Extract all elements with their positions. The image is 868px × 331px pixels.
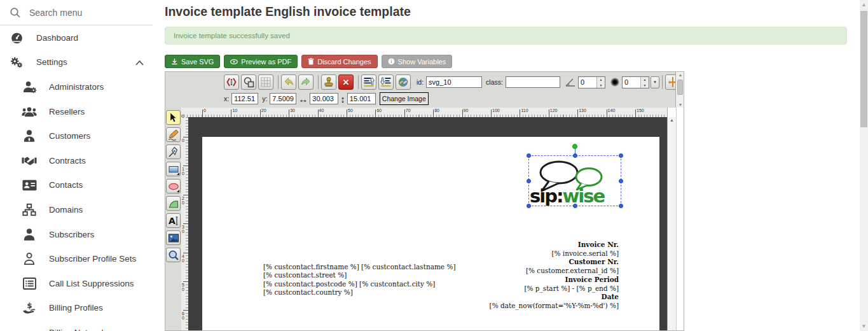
ruler-tick xyxy=(202,109,203,117)
editor-workspace[interactable]: [% custcontact.firstname %] [% custconta… xyxy=(188,117,667,330)
edit-source-button[interactable] xyxy=(224,74,239,90)
resize-handle-n[interactable] xyxy=(573,153,577,158)
search-input[interactable] xyxy=(29,8,137,18)
width-arrow-icon: ↔ xyxy=(298,94,308,104)
sidebar-item-billing-networks[interactable]: Billing Networks xyxy=(0,320,153,331)
panel-scrollbar[interactable]: ▲ ▼ xyxy=(675,72,684,108)
sidebar-search[interactable] xyxy=(0,0,153,25)
select-tool-button[interactable] xyxy=(166,110,181,125)
ellipse-tool-button[interactable] xyxy=(166,179,181,194)
ruler-tick xyxy=(183,137,188,137)
save-svg-button[interactable]: Save SVG xyxy=(165,55,220,68)
blur-stepper[interactable]: ▲▼ xyxy=(640,77,649,88)
image-icon xyxy=(168,232,179,244)
x-label: x: xyxy=(224,95,229,102)
invoice-meta-block[interactable]: Invoice Nr.[% invoice.serial %]Customer … xyxy=(490,241,619,311)
sidebar-item-dashboard[interactable]: Dashboard xyxy=(0,25,153,50)
clone-element-button[interactable] xyxy=(321,74,336,90)
discard-changes-button[interactable]: Discard Changes xyxy=(301,55,377,68)
subscriber-profile-sets-icon xyxy=(22,251,37,267)
browser-scrollbar[interactable]: ▲ ▼ xyxy=(860,0,868,331)
hruler-label: 130 xyxy=(579,108,586,113)
zoom-tool-button[interactable] xyxy=(166,248,181,262)
panel-scrollbar-thumb[interactable] xyxy=(677,80,683,95)
sidebar-item-settings[interactable]: Settings xyxy=(0,50,153,75)
ruler-tick xyxy=(183,253,188,253)
grid-button[interactable] xyxy=(258,74,273,90)
discard-changes-label: Discard Changes xyxy=(317,58,371,66)
show-variables-button[interactable]: Show Variables xyxy=(382,55,453,68)
text-icon: A xyxy=(168,215,179,227)
settings-icon xyxy=(9,55,24,70)
horizontal-ruler: 0102030405060708090100110120130140150 xyxy=(181,108,667,117)
scroll-up-icon[interactable]: ▲ xyxy=(668,118,676,122)
change-image-button[interactable]: Change Image xyxy=(380,92,429,105)
pencil-tool-button[interactable] xyxy=(166,127,181,142)
y-label: y: xyxy=(262,95,267,102)
customer-contact-block[interactable]: [% custcontact.firstname %] [% custconta… xyxy=(263,263,456,297)
x-input[interactable] xyxy=(231,93,258,104)
rect-tool-button[interactable] xyxy=(166,162,181,176)
vruler-label: 10 xyxy=(182,167,188,176)
canvas-scrollbar[interactable]: ▲ xyxy=(667,108,676,330)
image-tool-button[interactable] xyxy=(166,230,181,245)
blur-spinner[interactable]: 0 ▲▼ xyxy=(622,76,649,88)
sidebar-item-subscribers[interactable]: Subscribers xyxy=(0,222,153,247)
element-class-input[interactable] xyxy=(506,76,560,88)
sidebar-item-customers[interactable]: Customers xyxy=(0,123,153,148)
align-dropdown-button[interactable]: ▼ xyxy=(684,75,684,89)
sidebar-item-subscriber-profile-sets[interactable]: Subscriber Profile Sets xyxy=(0,246,153,271)
angle-stepper[interactable]: ▲▼ xyxy=(596,77,605,88)
resize-handle-e[interactable] xyxy=(619,179,623,183)
scroll-up-icon[interactable]: ▲ xyxy=(860,2,868,8)
chevron-up-icon[interactable] xyxy=(135,57,144,68)
delete-x-icon: ✕ xyxy=(343,78,350,87)
scroll-up-icon[interactable]: ▲ xyxy=(676,73,684,77)
sidebar-item-contacts[interactable]: Contacts xyxy=(0,173,153,198)
resize-handle-se[interactable] xyxy=(619,204,623,208)
vruler-label: 50 xyxy=(182,283,188,292)
sidebar-item-label: Administrators xyxy=(49,82,104,92)
delete-element-button[interactable]: ✕ xyxy=(338,74,354,90)
move-to-top-button[interactable] xyxy=(361,74,376,90)
element-id-input[interactable] xyxy=(426,76,482,88)
flyout-indicator xyxy=(177,173,179,175)
make-link-button[interactable] xyxy=(396,74,411,90)
redo-button[interactable] xyxy=(298,74,313,90)
selection-box[interactable] xyxy=(528,155,621,206)
sidebar-item-administrators[interactable]: Administrators xyxy=(0,74,153,99)
dashboard-icon xyxy=(9,30,24,45)
sidebar-item-call-list-suppressions[interactable]: Call List Suppressions xyxy=(0,271,153,296)
move-to-bottom-button[interactable] xyxy=(378,74,394,90)
vruler-label: 60 xyxy=(182,311,188,320)
tool-palette: A xyxy=(165,108,181,330)
resize-handle-w[interactable] xyxy=(527,179,531,183)
line-tool-button[interactable] xyxy=(166,144,181,159)
resize-handle-nw[interactable] xyxy=(527,153,531,158)
resize-handle-s[interactable] xyxy=(573,204,577,208)
invoice-page[interactable]: [% custcontact.firstname %] [% custconta… xyxy=(202,137,659,330)
sidebar-item-billing-profiles[interactable]: $Billing Profiles xyxy=(0,296,153,321)
resize-handle-ne[interactable] xyxy=(619,153,623,158)
editor-top-panel: ✕ id: class: 0 ▲▼ xyxy=(165,72,684,108)
scroll-down-icon[interactable]: ▼ xyxy=(860,323,868,329)
scroll-down-icon[interactable]: ▼ xyxy=(676,102,684,107)
rotation-handle[interactable] xyxy=(572,144,577,149)
resize-handle-sw[interactable] xyxy=(527,204,531,208)
sidebar-item-domains[interactable]: Domains xyxy=(0,197,153,222)
angle-spinner[interactable]: 0 ▲▼ xyxy=(578,76,605,88)
sidebar-item-resellers[interactable]: Resellers xyxy=(0,99,153,124)
browser-scrollbar-thumb[interactable] xyxy=(860,11,867,127)
text-tool-button[interactable]: A xyxy=(166,213,181,228)
wireframe-mode-button[interactable] xyxy=(241,74,256,90)
y-input[interactable] xyxy=(270,93,296,104)
call-list-suppressions-icon xyxy=(22,276,37,291)
undo-button[interactable] xyxy=(281,74,296,90)
width-input[interactable] xyxy=(310,93,338,104)
blur-dropdown-button[interactable]: ▼ xyxy=(651,76,659,88)
path-tool-button[interactable] xyxy=(166,196,181,211)
ruler-tick xyxy=(491,109,492,117)
sidebar-item-contracts[interactable]: Contracts xyxy=(0,148,153,173)
height-input[interactable] xyxy=(347,93,376,104)
preview-pdf-button[interactable]: Preview as PDF xyxy=(224,55,298,68)
